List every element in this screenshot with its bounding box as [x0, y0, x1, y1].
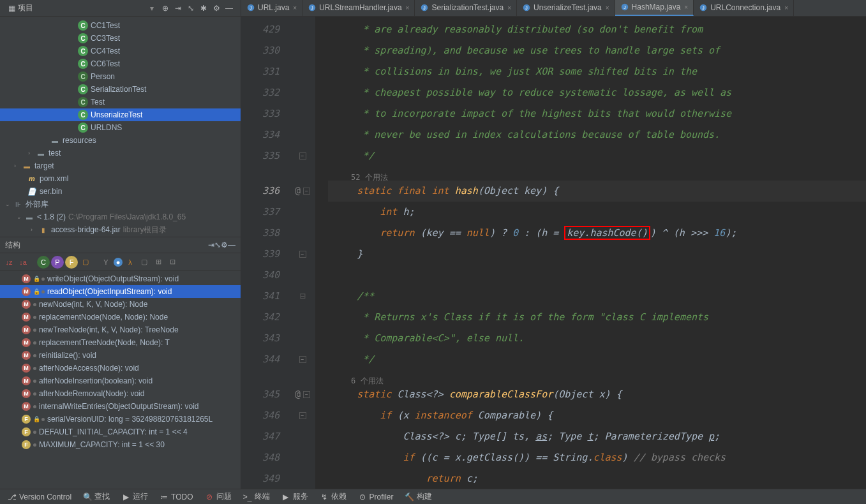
code-line[interactable]: */ [328, 349, 866, 370]
collapse-icon[interactable]: ⇥ [208, 241, 214, 249]
collapse-icon[interactable]: ⇥ [172, 2, 184, 15]
prop-filter-icon[interactable]: P [51, 256, 64, 269]
fold-icon[interactable]: − [299, 356, 306, 363]
tool-window-button[interactable]: 🔨构建 [400, 490, 437, 504]
gear-icon[interactable]: ⚙ [221, 241, 228, 249]
hide-icon[interactable]: — [223, 2, 235, 15]
tree-item[interactable]: CURLDNS [0, 121, 241, 134]
code-line[interactable]: * to incorporate impact of the highest b… [328, 103, 866, 124]
t2-icon[interactable]: ● [114, 258, 123, 267]
code-line[interactable] [328, 265, 866, 286]
tool-window-button[interactable]: ⎇Version Control [3, 490, 77, 504]
tool-window-button[interactable]: ⊙Profiler [353, 490, 399, 504]
tree-item[interactable]: 📄ser.bin [0, 185, 241, 198]
code-line[interactable]: static Class<?> comparableClassFor(Objec… [328, 384, 866, 405]
fold-icon[interactable]: − [299, 152, 306, 159]
t1-icon[interactable]: Y [100, 256, 112, 269]
editor-tab[interactable]: JUnserializeTest.java× [517, 0, 615, 16]
class-filter-icon[interactable]: C [37, 256, 50, 269]
t3-icon[interactable]: ▢ [138, 256, 151, 269]
close-icon[interactable]: × [684, 4, 688, 11]
tree-item[interactable]: CCC4Test [0, 45, 241, 57]
fold-icon[interactable]: − [299, 251, 306, 258]
structure-item[interactable]: MafterNodeInsertion(boolean): void [0, 374, 241, 387]
editor-tab[interactable]: JHashMap.java× [615, 0, 694, 16]
code-line[interactable]: if (x instanceof Comparable) { [328, 405, 866, 426]
structure-item[interactable]: MnewNode(int, K, V, Node): Node [0, 298, 241, 311]
code-line[interactable]: * Comparable<C>", else null. [328, 328, 866, 349]
structure-item[interactable]: FMAXIMUM_CAPACITY: int = 1 << 30 [0, 438, 241, 451]
settings-icon[interactable]: ✱ [197, 2, 210, 15]
close-icon[interactable]: × [606, 4, 609, 11]
tree-item[interactable]: CPerson [0, 70, 241, 83]
tree-item[interactable]: CTest [0, 96, 241, 108]
structure-item[interactable]: M🔒readObject(ObjectInputStream): void [0, 285, 241, 298]
gear-icon[interactable]: ⚙ [210, 2, 223, 15]
tree-item[interactable]: ›▬test [0, 147, 241, 159]
t4-icon[interactable]: ⊞ [152, 256, 165, 269]
code-line[interactable]: * are already reasonably distributed (so… [328, 19, 866, 40]
dropdown-icon[interactable]: ▾ [150, 4, 154, 13]
structure-item[interactable]: FDEFAULT_INITIAL_CAPACITY: int = 1 << 4 [0, 426, 241, 438]
expand-icon[interactable]: ⤡ [214, 241, 221, 249]
tool-window-button[interactable]: 🔍查找 [78, 490, 115, 504]
code-line[interactable]: * Returns x's Class if it is of the form… [328, 307, 866, 328]
code-line[interactable]: * collisions in bins, we just XOR some s… [328, 61, 866, 82]
code-line[interactable]: int h; [328, 202, 866, 223]
editor-tab[interactable]: JURLConnection.java× [694, 0, 794, 16]
structure-item[interactable]: M🔒writeObject(ObjectOutputStream): void [0, 272, 241, 285]
code-line[interactable]: if ((c = x.getClass()) == String.class) … [328, 447, 866, 468]
tool-window-button[interactable]: ≔TODO [154, 490, 198, 504]
structure-item[interactable]: MinternalWriteEntries(ObjectOutputStream… [0, 400, 241, 413]
t5-icon[interactable]: ⊡ [166, 256, 179, 269]
tool-window-button[interactable]: ▶服务 [276, 490, 313, 504]
target-icon[interactable]: ⊕ [159, 2, 172, 15]
hide-icon[interactable]: — [228, 241, 235, 249]
structure-item[interactable]: MreplacementNode(Node, Node): Node [0, 311, 241, 323]
tree-item[interactable]: CUnserializeTest [0, 108, 241, 121]
expand-icon[interactable]: ⤡ [184, 2, 197, 15]
code-line[interactable]: * cheapest possible way to reduce system… [328, 82, 866, 103]
fold-icon[interactable]: − [303, 391, 310, 398]
close-icon[interactable]: × [293, 4, 297, 11]
code-line[interactable]: return c; [328, 468, 866, 489]
code-line[interactable]: } [328, 244, 866, 265]
code-line[interactable]: /** [328, 286, 866, 307]
tree-item[interactable]: CCC3Test [0, 32, 241, 45]
tree-item[interactable]: mpom.xml [0, 172, 241, 185]
tool-window-button[interactable]: ⊘问题 [200, 490, 237, 504]
code-line[interactable]: */ [328, 145, 866, 167]
structure-item[interactable]: MafterNodeRemoval(Node): void [0, 387, 241, 400]
tree-item[interactable]: CSerializationTest [0, 83, 241, 96]
structure-item[interactable]: MnewTreeNode(int, K, V, Node): TreeNode [0, 323, 241, 336]
tree-item[interactable]: ⌄▬< 1.8 (2)C:\Program Files\Java\jdk1.8.… [0, 211, 241, 223]
fold-icon[interactable]: − [303, 188, 310, 195]
code-line[interactable]: Class<?> c; Type[] ts, as; Type t; Param… [328, 426, 866, 447]
structure-item[interactable]: Mreinitialize(): void [0, 349, 241, 362]
tree-item[interactable]: ⌄⊪外部库 [0, 198, 241, 211]
lambda-icon[interactable]: λ [124, 256, 137, 269]
editor-tab[interactable]: JSerializationTest.java× [415, 0, 517, 16]
tree-item[interactable]: ›▬target [0, 159, 241, 172]
editor-tab[interactable]: JURLStreamHandler.java× [302, 0, 415, 16]
tool-window-button[interactable]: ↯依赖 [315, 490, 352, 504]
tool-window-button[interactable]: >_终端 [238, 490, 275, 504]
sort2-icon[interactable]: ↓a [17, 256, 29, 269]
structure-item[interactable]: MreplacementTreeNode(Node, Node): T [0, 336, 241, 349]
close-icon[interactable]: × [784, 4, 788, 11]
tool-window-button[interactable]: ▶运行 [116, 490, 153, 504]
code-editor[interactable]: 4293303313323333343353363373383393403413… [241, 17, 866, 489]
code-area[interactable]: * are already reasonably distributed (so… [315, 17, 866, 489]
tree-item[interactable]: ›▮access-bridge-64.jarlibrary根目录 [0, 223, 241, 236]
tree-item[interactable]: CCC1Test [0, 19, 241, 32]
code-line[interactable]: static final int hash(Object key) { [328, 181, 866, 202]
code-line[interactable]: return (key == null) ? 0 : (h = key.hash… [328, 223, 866, 244]
structure-item[interactable]: F🔒serialVersionUID: long = 3624988207631… [0, 413, 241, 426]
fold-icon[interactable]: − [299, 412, 306, 419]
tree-item[interactable]: ▬resources [0, 134, 241, 147]
code-line[interactable]: * spreading), and because we use trees t… [328, 40, 866, 61]
anon-icon[interactable]: ▢ [79, 256, 92, 269]
sort-icon[interactable]: ↓z [3, 256, 15, 269]
close-icon[interactable]: × [406, 4, 410, 11]
tree-item[interactable]: CCC6Test [0, 57, 241, 70]
